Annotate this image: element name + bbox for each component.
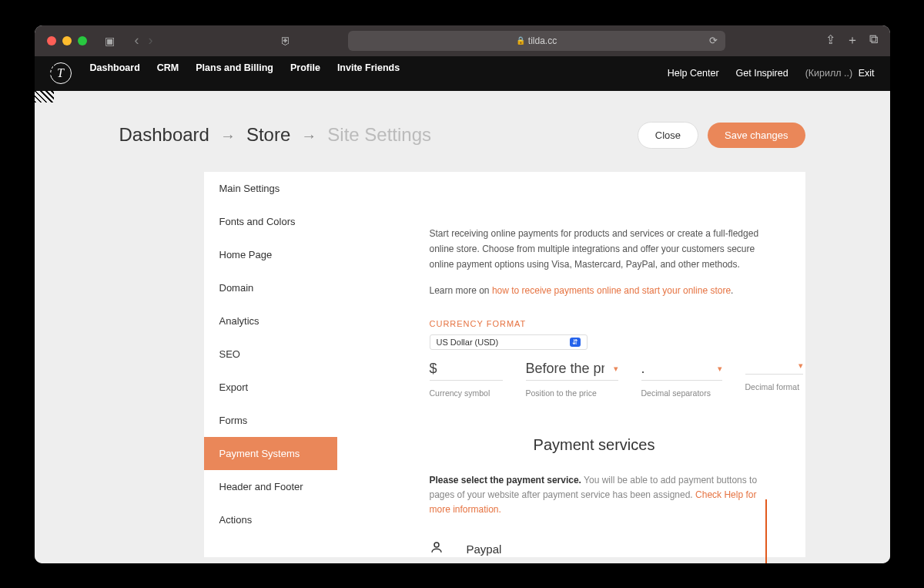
shield-icon[interactable]: ⛨ bbox=[276, 32, 295, 50]
sidebar-item-forms[interactable]: Forms bbox=[204, 404, 337, 437]
close-button[interactable]: Close bbox=[638, 122, 698, 149]
reload-icon[interactable]: ⟳ bbox=[709, 35, 718, 46]
save-button[interactable]: Save changes bbox=[708, 123, 805, 148]
window-minimize-icon[interactable] bbox=[62, 36, 72, 45]
help-center-link[interactable]: Help Center bbox=[668, 68, 719, 79]
breadcrumb-dashboard[interactable]: Dashboard bbox=[119, 124, 209, 146]
breadcrumb-site-settings: Site Settings bbox=[327, 124, 431, 146]
app-topbar: T Dashboard CRM Plans and Billing Profil… bbox=[35, 56, 890, 91]
sidebar-item-payment-systems[interactable]: Payment Systems bbox=[204, 437, 337, 470]
breadcrumb: Dashboard → Store → Site Settings bbox=[119, 124, 432, 146]
breadcrumb-store[interactable]: Store bbox=[246, 124, 290, 146]
sidebar-item-analytics[interactable]: Analytics bbox=[204, 304, 337, 338]
nav-plans[interactable]: Plans and Billing bbox=[196, 62, 273, 84]
learn-more: Learn more on how to receive payments on… bbox=[430, 285, 759, 296]
currency-format-label: CURRENCY FORMAT bbox=[430, 319, 759, 328]
top-navigation: Dashboard CRM Plans and Billing Profile … bbox=[90, 62, 400, 84]
chevron-down-icon: ▾ bbox=[798, 361, 803, 371]
payment-option-paypal[interactable]: Paypal bbox=[430, 540, 759, 556]
get-inspired-link[interactable]: Get Inspired bbox=[736, 68, 788, 79]
nav-crm[interactable]: CRM bbox=[157, 62, 179, 84]
tabs-icon[interactable]: ⧉ bbox=[869, 32, 878, 49]
browser-chrome: ▣ ‹ › ⛨ 🔒 tilda.cc ⟳ ⇪ ＋ ⧉ bbox=[35, 25, 890, 56]
position-select[interactable]: Before the price ▾ bbox=[526, 358, 618, 381]
sidebar-item-main-settings[interactable]: Main Settings bbox=[204, 172, 337, 205]
sidebar-item-actions[interactable]: Actions bbox=[204, 503, 337, 536]
currency-symbol-caption: Currency symbol bbox=[430, 388, 503, 398]
chevron-down-icon: ▾ bbox=[718, 364, 722, 374]
nav-forward-icon[interactable]: › bbox=[146, 32, 156, 49]
chevron-right-icon: → bbox=[220, 127, 236, 145]
sidebar-item-header-footer[interactable]: Header and Footer bbox=[204, 470, 337, 503]
settings-sidebar: Main Settings Fonts and Colors Home Page… bbox=[204, 172, 337, 557]
currency-symbol-field[interactable]: $ bbox=[430, 358, 503, 381]
sidebar-item-seo[interactable]: SEO bbox=[204, 338, 337, 371]
currency-select-value: US Dollar (USD) bbox=[437, 338, 499, 347]
sidebar-item-fonts-colors[interactable]: Fonts and Colors bbox=[204, 205, 337, 238]
intro-text: Start receiving online payments for prod… bbox=[430, 226, 759, 273]
chevron-down-icon: ▾ bbox=[614, 364, 618, 374]
decimal-format-select[interactable]: ▾ bbox=[745, 358, 803, 375]
payment-services-desc: Please select the payment service. You w… bbox=[430, 473, 759, 518]
currency-select[interactable]: US Dollar (USD) ⇵ bbox=[430, 334, 588, 350]
user-label: (Кирилл ..) bbox=[805, 68, 853, 79]
nav-back-icon[interactable]: ‹ bbox=[132, 32, 142, 49]
nav-profile[interactable]: Profile bbox=[290, 62, 320, 84]
address-bar[interactable]: 🔒 tilda.cc ⟳ bbox=[348, 31, 725, 51]
lock-icon: 🔒 bbox=[516, 36, 525, 45]
person-icon bbox=[430, 540, 444, 556]
window-maximize-icon[interactable] bbox=[78, 36, 87, 45]
settings-panel: Main Settings Fonts and Colors Home Page… bbox=[204, 172, 805, 557]
chevron-updown-icon: ⇵ bbox=[570, 338, 581, 347]
nav-invite[interactable]: Invite Friends bbox=[337, 62, 400, 84]
sidebar-item-home-page[interactable]: Home Page bbox=[204, 238, 337, 271]
scroll-down-arrow-annotation bbox=[765, 499, 767, 563]
decimal-sep-select[interactable]: . ▾ bbox=[641, 358, 722, 381]
sidebar-toggle-icon[interactable]: ▣ bbox=[101, 32, 119, 50]
main-content: Start receiving online payments for prod… bbox=[337, 172, 805, 557]
decorative-wave bbox=[35, 56, 54, 102]
window-close-icon[interactable] bbox=[47, 36, 56, 45]
position-caption: Position to the price bbox=[526, 388, 618, 398]
sidebar-item-export[interactable]: Export bbox=[204, 371, 337, 404]
decimal-sep-caption: Decimal separators bbox=[641, 388, 722, 398]
exit-link[interactable]: Exit bbox=[859, 68, 875, 79]
decimal-format-caption: Decimal format bbox=[745, 382, 803, 391]
payment-services-heading: Payment services bbox=[430, 436, 759, 454]
new-tab-icon[interactable]: ＋ bbox=[846, 32, 859, 49]
svg-point-0 bbox=[434, 543, 439, 547]
learn-more-link[interactable]: how to receive payments online and start… bbox=[492, 285, 731, 296]
chevron-right-icon: → bbox=[301, 127, 316, 145]
paypal-label: Paypal bbox=[467, 543, 502, 556]
share-icon[interactable]: ⇪ bbox=[825, 32, 835, 49]
url: tilda.cc bbox=[528, 35, 557, 46]
sidebar-item-domain[interactable]: Domain bbox=[204, 271, 337, 304]
nav-dashboard[interactable]: Dashboard bbox=[90, 62, 140, 84]
